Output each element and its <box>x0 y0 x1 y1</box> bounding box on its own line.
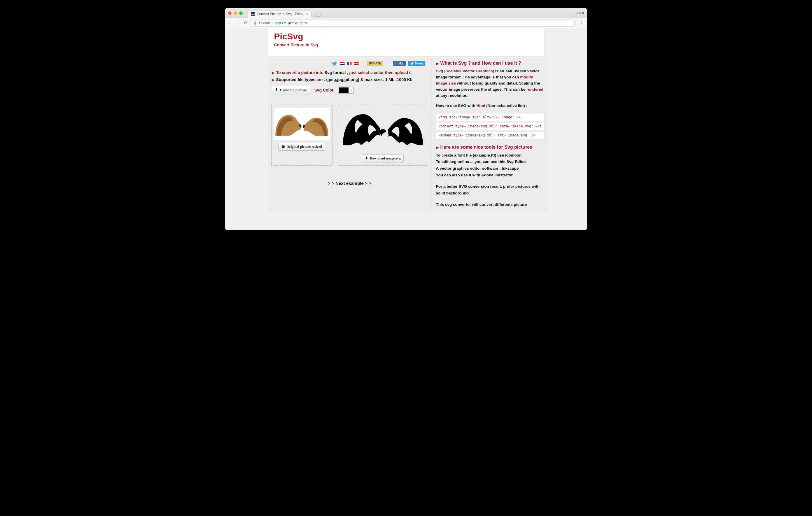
left-column: DONATE fLike Tweet To convert a picture … <box>268 58 431 212</box>
tweet-button[interactable]: Tweet <box>408 61 425 66</box>
original-resized-button[interactable]: Original picture resized <box>278 143 325 151</box>
original-image <box>274 108 330 140</box>
link-inkscape[interactable]: Inkscape <box>502 166 519 171</box>
browser-menu-button[interactable]: ⋮ <box>579 22 584 24</box>
next-example-link[interactable]: > > Next example > > <box>271 181 428 186</box>
how-to-use-intro: How to use SVG with Html (Non-exhaustive… <box>436 103 545 109</box>
favicon-icon: svg <box>251 12 255 16</box>
columns: DONATE fLike Tweet To convert a picture … <box>268 58 544 212</box>
right-column: What is Svg ? and How can i use it ? Svg… <box>431 58 548 212</box>
tab-title: Convert Picture to Svg - Picsv <box>257 12 303 16</box>
section-what-is-svg: What is Svg ? and How can i use it ? <box>436 61 545 66</box>
chevron-down-icon: ▾ <box>349 89 353 92</box>
controls-row: Upload a picture Svg Color ▾ <box>272 86 428 94</box>
download-svg-button[interactable]: Download image.svg <box>362 154 404 162</box>
new-tab-button[interactable] <box>315 12 321 17</box>
site-header: PicSvg Convert Picture to Svg <box>268 28 544 56</box>
facebook-icon: f <box>396 62 396 65</box>
donate-button[interactable]: DONATE <box>367 61 383 66</box>
minimize-window-button[interactable] <box>234 11 237 15</box>
brand-title: PicSvg <box>274 31 320 41</box>
code-example-embed[interactable]: <embed type='image/svg+xml' src='image.s… <box>436 131 545 139</box>
image-icon <box>282 145 285 149</box>
flag-es-icon[interactable] <box>354 62 359 65</box>
section-tools: Here are some nice tools for Svg picture… <box>436 145 545 150</box>
close-tab-icon[interactable]: × <box>306 12 308 16</box>
url-scheme: https:// <box>274 21 286 25</box>
download-icon <box>365 156 368 161</box>
link-icomoon[interactable]: Icomoon <box>505 153 522 157</box>
titlebar: svg Convert Picture to Svg - Picsv × Gue… <box>225 8 587 18</box>
facebook-like-button[interactable]: fLike <box>393 61 406 66</box>
instruction-2: Supported file types are : (jpeg,jpg,gif… <box>272 77 428 82</box>
instruction-1: To convert a picture into Svg format , j… <box>272 70 428 75</box>
browser-tab[interactable]: svg Convert Picture to Svg - Picsv × <box>248 10 312 18</box>
svg-color-label: Svg Color <box>314 88 334 92</box>
lock-icon: 🔒 <box>253 21 257 25</box>
tools-list: To create a font file (example.ttf) use … <box>436 152 545 208</box>
link-svg-editor[interactable]: Svg Editor <box>506 159 526 164</box>
address-bar: ← → ⟳ 🔒 Secure | https://picsvg.com ⋮ <box>225 18 587 28</box>
twitter-bird-icon[interactable] <box>331 61 338 66</box>
window-controls <box>228 11 243 15</box>
profile-label[interactable]: Guest <box>575 11 584 15</box>
color-swatch <box>339 87 349 93</box>
back-button[interactable]: ← <box>228 20 233 26</box>
forward-button[interactable]: → <box>236 20 241 26</box>
maximize-window-button[interactable] <box>239 11 243 15</box>
upload-button[interactable]: Upload a picture <box>272 86 310 94</box>
svg-panel: Download image.svg <box>338 105 428 165</box>
original-panel: Original picture resized <box>271 105 332 165</box>
upload-icon <box>275 88 278 92</box>
viewport: PicSvg Convert Picture to Svg <box>225 28 587 230</box>
close-window-button[interactable] <box>228 11 232 15</box>
color-picker[interactable]: ▾ <box>338 87 353 94</box>
brand-subtitle: Convert Picture to Svg <box>274 42 320 47</box>
flag-en-icon[interactable] <box>340 62 345 65</box>
browser-window: svg Convert Picture to Svg - Picsv × Gue… <box>225 8 587 230</box>
ad-slot <box>326 28 544 56</box>
social-row: DONATE fLike Tweet <box>271 61 428 68</box>
preview-panels: Original picture resized <box>271 105 428 165</box>
reload-button[interactable]: ⟳ <box>244 21 248 26</box>
code-example-img[interactable]: <img src='image.svg' alt='SVG Image' /> <box>436 113 545 121</box>
code-example-object[interactable]: <object type='image/svg+xml' data='image… <box>436 122 545 130</box>
what-is-svg-text: Svg (Scalable Vector Graphics) is an XML… <box>436 68 545 99</box>
secure-label: Secure <box>259 21 270 25</box>
page: PicSvg Convert Picture to Svg <box>268 28 544 212</box>
url-field[interactable]: 🔒 Secure | https://picsvg.com <box>251 20 575 27</box>
url-host: picsvg.com <box>288 21 307 25</box>
flag-fr-icon[interactable] <box>347 62 352 65</box>
svg-output-image <box>341 108 425 152</box>
brand: PicSvg Convert Picture to Svg <box>268 28 326 56</box>
